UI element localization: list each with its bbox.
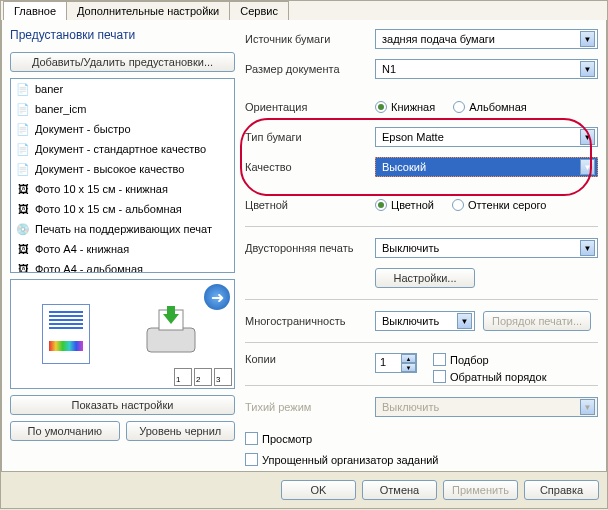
- combo-value: N1: [382, 63, 396, 75]
- preset-item[interactable]: 🖼Фото 10 x 15 см - альбомная: [11, 199, 234, 219]
- preset-item[interactable]: 📄baner: [11, 79, 234, 99]
- dialog-footer: OK Отмена Применить Справка: [1, 472, 607, 508]
- paper-source-label: Источник бумаги: [245, 33, 375, 45]
- apply-button: Применить: [443, 480, 518, 500]
- preset-item[interactable]: 📄Документ - стандартное качество: [11, 139, 234, 159]
- chevron-down-icon: ▼: [580, 240, 595, 256]
- chevron-down-icon: ▼: [580, 159, 595, 175]
- tab-service[interactable]: Сервис: [229, 1, 289, 20]
- quality-combo[interactable]: Высокий▼: [375, 157, 598, 177]
- duplex-settings-button[interactable]: Настройки...: [375, 268, 475, 288]
- add-remove-presets-button[interactable]: Добавить/Удалить предустановки...: [10, 52, 235, 72]
- combo-value: Выключить: [382, 242, 439, 254]
- preset-label: Документ - быстро: [35, 123, 131, 135]
- chevron-down-icon: ▼: [457, 313, 472, 329]
- orientation-landscape-radio[interactable]: Альбомная: [453, 101, 527, 113]
- checkbox-icon: [245, 432, 258, 445]
- preset-item[interactable]: 🖼Фото A4 - альбомная: [11, 259, 234, 273]
- page-order-icons: 123: [174, 368, 232, 386]
- preset-label: Фото A4 - книжная: [35, 243, 129, 255]
- preset-label: Фото 10 x 15 см - альбомная: [35, 203, 182, 215]
- paper-type-label: Тип бумаги: [245, 131, 375, 143]
- preset-item[interactable]: 📄Документ - высокое качество: [11, 159, 234, 179]
- photo-icon: 🖼: [15, 181, 31, 197]
- presets-title: Предустановки печати: [10, 28, 235, 42]
- chevron-down-icon: ▼: [580, 399, 595, 415]
- paper-size-label: Размер документа: [245, 63, 375, 75]
- preset-label: Фото 10 x 15 см - книжная: [35, 183, 168, 195]
- checkbox-label: Упрощенный организатор заданий: [262, 454, 439, 466]
- checkbox-icon: [433, 353, 446, 366]
- preset-label: baner_icm: [35, 103, 86, 115]
- preset-item[interactable]: 💿Печать на поддерживающих печат: [11, 219, 234, 239]
- duplex-label: Двусторонняя печать: [245, 242, 375, 254]
- checkbox-label: Обратный порядок: [450, 371, 546, 383]
- combo-value: задняя подача бумаги: [382, 33, 495, 45]
- preset-label: baner: [35, 83, 63, 95]
- quiet-mode-label: Тихий режим: [245, 401, 375, 413]
- page-order-button: Порядок печати...: [483, 311, 591, 331]
- checkbox-label: Просмотр: [262, 433, 312, 445]
- duplex-combo[interactable]: Выключить▼: [375, 238, 598, 258]
- orientation-portrait-radio[interactable]: Книжная: [375, 101, 435, 113]
- spinner-down-icon[interactable]: ▼: [401, 363, 416, 372]
- disc-icon: 💿: [15, 221, 31, 237]
- preset-list[interactable]: 📄baner 📄baner_icm 📄Документ - быстро 📄До…: [10, 78, 235, 273]
- paper-type-combo[interactable]: Epson Matte▼: [375, 127, 598, 147]
- collate-checkbox[interactable]: Подбор: [433, 353, 546, 366]
- document-preview-icon: [42, 304, 90, 364]
- spinner-up-icon[interactable]: ▲: [401, 354, 416, 363]
- show-settings-button[interactable]: Показать настройки: [10, 395, 235, 415]
- help-button[interactable]: Справка: [524, 480, 599, 500]
- tab-bar: Главное Дополнительные настройки Сервис: [1, 1, 607, 20]
- paper-size-combo[interactable]: N1▼: [375, 59, 598, 79]
- ok-button[interactable]: OK: [281, 480, 356, 500]
- svg-rect-0: [147, 328, 195, 352]
- tab-main[interactable]: Главное: [3, 1, 67, 20]
- color-radio[interactable]: Цветной: [375, 199, 434, 211]
- radio-icon: [375, 199, 387, 211]
- preview-checkbox[interactable]: Просмотр: [245, 432, 598, 445]
- copies-spinner[interactable]: 1▲▼: [375, 353, 417, 373]
- radio-label: Оттенки серого: [468, 199, 546, 211]
- checkbox-icon: [245, 453, 258, 466]
- reverse-order-checkbox[interactable]: Обратный порядок: [433, 370, 546, 383]
- cancel-button[interactable]: Отмена: [362, 480, 437, 500]
- preset-item[interactable]: 📄baner_icm: [11, 99, 234, 119]
- ink-levels-button[interactable]: Уровень чернил: [126, 421, 236, 441]
- chevron-down-icon: ▼: [580, 61, 595, 77]
- spinner-value: 1: [376, 354, 401, 372]
- radio-icon: [375, 101, 387, 113]
- combo-value: Epson Matte: [382, 131, 444, 143]
- color-label: Цветной: [245, 199, 375, 211]
- multipage-combo[interactable]: Выключить▼: [375, 311, 475, 331]
- defaults-button[interactable]: По умолчанию: [10, 421, 120, 441]
- document-icon: 📄: [15, 81, 31, 97]
- document-icon: 📄: [15, 161, 31, 177]
- orientation-label: Ориентация: [245, 101, 375, 113]
- photo-icon: 🖼: [15, 241, 31, 257]
- preset-label: Печать на поддерживающих печат: [35, 223, 212, 235]
- document-icon: 📄: [15, 121, 31, 137]
- grayscale-radio[interactable]: Оттенки серого: [452, 199, 546, 211]
- copies-label: Копии: [245, 353, 375, 365]
- photo-icon: 🖼: [15, 201, 31, 217]
- checkbox-label: Подбор: [450, 354, 489, 366]
- preset-item[interactable]: 📄Документ - быстро: [11, 119, 234, 139]
- tab-advanced[interactable]: Дополнительные настройки: [66, 1, 230, 20]
- preset-item[interactable]: 🖼Фото 10 x 15 см - книжная: [11, 179, 234, 199]
- preset-label: Документ - высокое качество: [35, 163, 184, 175]
- paper-source-combo[interactable]: задняя подача бумаги▼: [375, 29, 598, 49]
- combo-value: Выключить: [382, 401, 439, 413]
- quiet-mode-combo: Выключить▼: [375, 397, 598, 417]
- simple-organizer-checkbox[interactable]: Упрощенный организатор заданий: [245, 453, 598, 466]
- photo-icon: 🖼: [15, 261, 31, 273]
- radio-label: Альбомная: [469, 101, 527, 113]
- preset-item[interactable]: 🖼Фото A4 - книжная: [11, 239, 234, 259]
- print-preview: ➜ 123: [10, 279, 235, 389]
- radio-label: Цветной: [391, 199, 434, 211]
- radio-icon: [453, 101, 465, 113]
- radio-label: Книжная: [391, 101, 435, 113]
- multipage-label: Многостраничность: [245, 315, 375, 327]
- preset-label: Документ - стандартное качество: [35, 143, 206, 155]
